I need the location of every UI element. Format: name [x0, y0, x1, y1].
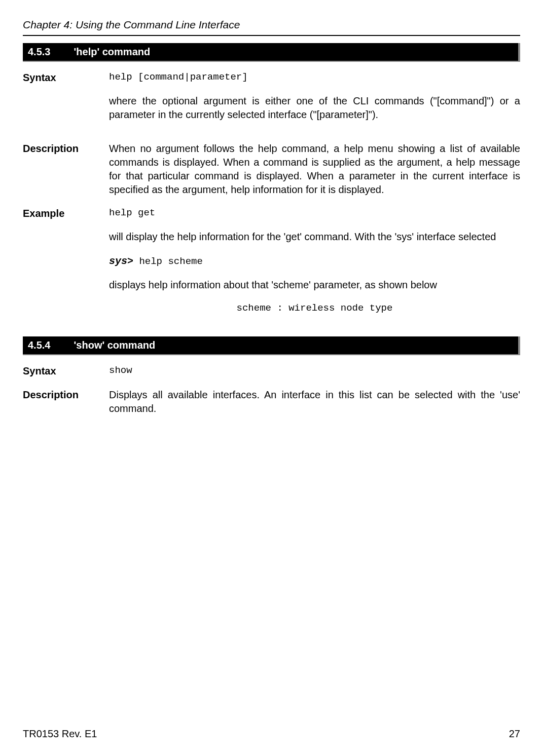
section-title: 'help' command	[74, 46, 151, 57]
chapter-title: Chapter 4: Using the Command Line Interf…	[23, 18, 520, 32]
syntax-code: help [command|parameter]	[109, 71, 520, 84]
syntax-text: where the optional argument is either on…	[109, 94, 520, 122]
description-label: Description	[23, 388, 109, 402]
description-label: Description	[23, 142, 109, 156]
example-prompt-line: sys> help scheme	[109, 254, 520, 269]
example-row: Example help get will display the help i…	[23, 207, 520, 326]
header-rule	[23, 35, 520, 36]
syntax-label: Syntax	[23, 364, 109, 378]
section-number: 4.5.4	[28, 338, 71, 352]
example-text-1: will display the help information for th…	[109, 230, 520, 244]
description-row: Description When no argument follows the…	[23, 142, 520, 197]
example-label: Example	[23, 207, 109, 220]
example-text-2: displays help information about that 'sc…	[109, 278, 520, 292]
section-header-help: 4.5.3 'help' command	[23, 43, 520, 62]
prompt-command: help scheme	[133, 256, 203, 267]
description-text: Displays all available interfaces. An in…	[109, 388, 520, 415]
syntax-row-2: Syntax show	[23, 364, 520, 378]
prompt: sys>	[109, 255, 133, 267]
section-header-show: 4.5.4 'show' command	[23, 336, 520, 355]
example-code: help get	[109, 207, 520, 220]
syntax-code: show	[109, 364, 520, 377]
section-number: 4.5.3	[28, 45, 71, 59]
description-row-2: Description Displays all available inter…	[23, 388, 520, 415]
section-title: 'show' command	[74, 339, 156, 351]
description-text: When no argument follows the help comman…	[109, 142, 520, 197]
example-output: scheme : wireless node type	[109, 302, 520, 315]
syntax-label: Syntax	[23, 71, 109, 85]
syntax-row: Syntax help [command|parameter] where th…	[23, 71, 520, 132]
